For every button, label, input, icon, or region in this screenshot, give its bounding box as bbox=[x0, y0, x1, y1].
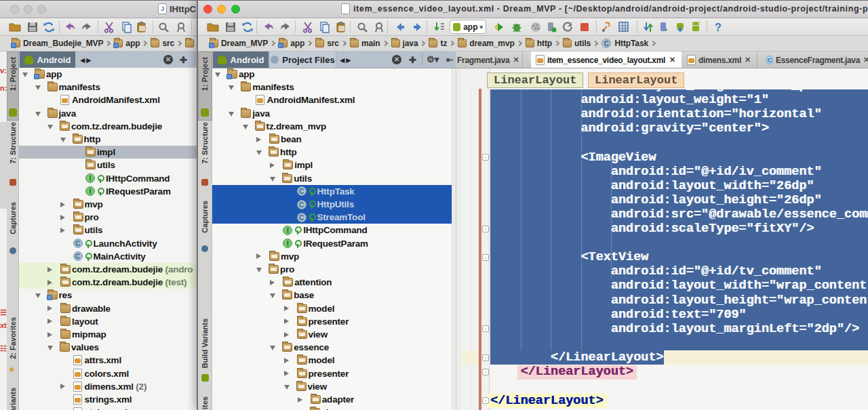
svg-text:?: ? bbox=[715, 22, 722, 33]
